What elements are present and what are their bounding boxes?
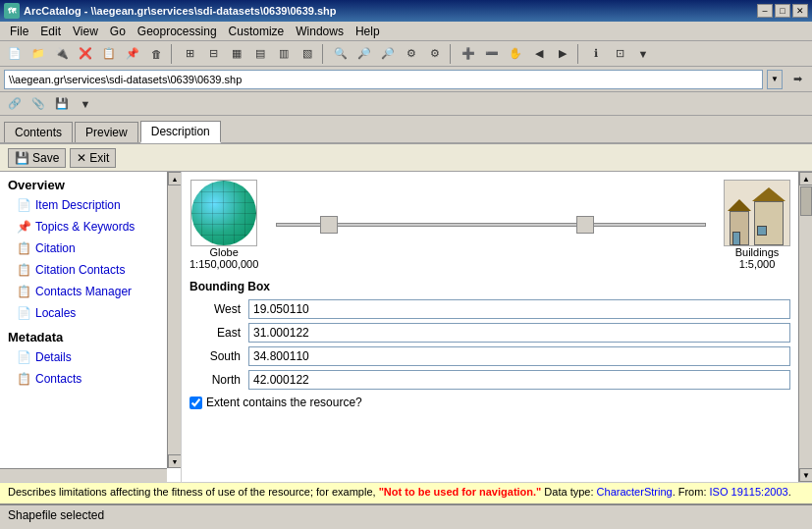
sidebar-item-contacts-manager[interactable]: 📋 Contacts Manager (0, 281, 181, 302)
sub-btn2[interactable]: 📎 (27, 93, 49, 115)
sub-btn4[interactable]: ▼ (75, 93, 96, 115)
save-button[interactable]: 💾 Save (8, 148, 66, 168)
maximize-button[interactable]: □ (775, 4, 790, 18)
go-arrow[interactable]: ➡ (786, 69, 808, 90)
tab-contents[interactable]: Contents (4, 122, 73, 142)
grid3[interactable]: ▦ (226, 43, 247, 65)
sidebar-item-description[interactable]: 📄 Item Description (0, 194, 181, 216)
description-icon: 📄 (16, 197, 31, 213)
slider-track[interactable] (276, 223, 706, 227)
content-wrapper: Contents Preview Description 💾 Save ✕ Ex… (0, 116, 812, 503)
grid2[interactable]: ⊟ (202, 43, 224, 65)
save-icon: 💾 (15, 151, 29, 165)
bbox-north-label: North (189, 373, 248, 387)
grid1[interactable]: ⊞ (179, 43, 200, 65)
info-text-before: Describes limitations affecting the fitn… (8, 486, 379, 498)
pan[interactable]: ✋ (505, 43, 526, 65)
building-label: Buildings (735, 246, 780, 258)
bbox-west-input[interactable] (248, 299, 790, 319)
extra2[interactable]: ▼ (632, 43, 654, 65)
info[interactable]: ℹ (585, 43, 607, 65)
sidebar-item-keywords[interactable]: 📌 Topics & Keywords (0, 216, 181, 238)
zoom-out[interactable]: 🔎 (377, 43, 399, 65)
grid4[interactable]: ▤ (249, 43, 271, 65)
menu-geoprocessing[interactable]: Geoprocessing (132, 23, 223, 40)
status-text: Shapefile selected (8, 508, 104, 522)
menu-edit[interactable]: Edit (34, 23, 67, 40)
tab-description[interactable]: Description (140, 121, 221, 143)
sidebar-scroll-down[interactable]: ▼ (168, 454, 182, 468)
disconnect-btn[interactable]: ❌ (75, 43, 96, 65)
exit-label: Exit (89, 151, 109, 165)
zoom-in[interactable]: 🔎 (353, 43, 375, 65)
sidebar-scroll-up[interactable]: ▲ (168, 172, 182, 185)
sidebar-hscrollbar[interactable] (0, 468, 167, 482)
right-scrollbar: ▲ ▼ (798, 172, 812, 482)
scale-slider[interactable] (266, 223, 716, 227)
grid6[interactable]: ▧ (297, 43, 318, 65)
zoom-in2[interactable]: ➕ (458, 43, 479, 65)
menu-customize[interactable]: Customize (223, 23, 291, 40)
forward[interactable]: ▶ (552, 43, 573, 65)
sidebar-item-contacts[interactable]: 📋 Contacts (0, 368, 181, 390)
title-bar: 🗺 ArcCatalog - \\aegean.gr\services\sdi-… (0, 0, 812, 22)
exit-button[interactable]: ✕ Exit (70, 148, 116, 168)
building-image (725, 181, 789, 245)
slider-thumb-right[interactable] (576, 216, 594, 234)
bbox-east-row: East (189, 323, 790, 343)
search-btn[interactable]: 🔍 (330, 43, 352, 65)
scroll-up-btn[interactable]: ▲ (799, 172, 812, 185)
info-text-after: Data type: CharacterString. From: ISO 19… (541, 486, 790, 498)
menu-view[interactable]: View (67, 23, 104, 40)
scroll-thumb[interactable] (800, 186, 812, 216)
sidebar-item-details-label: Details (35, 350, 72, 364)
citation-icon: 📋 (16, 240, 31, 256)
address-dropdown[interactable]: ▼ (767, 70, 783, 89)
bbox-east-input[interactable] (248, 323, 790, 343)
menu-file[interactable]: File (4, 23, 34, 40)
overview-header: Overview (0, 172, 181, 194)
sidebar-scroll-track (168, 185, 181, 454)
extent-checkbox[interactable] (189, 397, 202, 409)
sep2 (322, 44, 326, 64)
settings1[interactable]: ⚙ (401, 43, 422, 65)
tab-preview[interactable]: Preview (75, 122, 138, 142)
sub-btn3[interactable]: 💾 (51, 93, 73, 115)
scroll-track (799, 185, 812, 468)
grid5[interactable]: ▥ (273, 43, 295, 65)
close-button[interactable]: ✕ (792, 4, 808, 18)
bbox-north-input[interactable] (248, 370, 790, 390)
back[interactable]: ◀ (528, 43, 550, 65)
contacts-manager-icon: 📋 (16, 284, 31, 299)
settings2[interactable]: ⚙ (424, 43, 446, 65)
sidebar-item-citation-contacts[interactable]: 📋 Citation Contacts (0, 259, 181, 281)
slider-thumb-left[interactable] (320, 216, 338, 234)
menu-bar: File Edit View Go Geoprocessing Customiz… (0, 22, 812, 41)
address-input[interactable] (4, 70, 763, 89)
new-btn[interactable]: 📄 (4, 43, 26, 65)
zoom-out2[interactable]: ➖ (481, 43, 503, 65)
globe-scale: 1:150,000,000 (189, 258, 258, 270)
panel-wrapper: Overview 📄 Item Description 📌 Topics & K… (0, 172, 812, 482)
paste-btn[interactable]: 📌 (122, 43, 143, 65)
bbox-north-row: North (189, 370, 790, 390)
extra1[interactable]: ⊡ (609, 43, 630, 65)
copy-btn[interactable]: 📋 (98, 43, 120, 65)
connect-btn[interactable]: 🔌 (51, 43, 73, 65)
delete-btn[interactable]: 🗑 (145, 43, 167, 65)
open-btn[interactable]: 📁 (27, 43, 49, 65)
scroll-down-btn[interactable]: ▼ (799, 468, 812, 482)
bbox-south-input[interactable] (248, 346, 790, 366)
sep4 (577, 44, 581, 64)
sidebar-item-locales[interactable]: 📄 Locales (0, 302, 181, 324)
sub-btn1[interactable]: 🔗 (4, 93, 26, 115)
menu-windows[interactable]: Windows (290, 23, 350, 40)
sidebar-item-citation[interactable]: 📋 Citation (0, 238, 181, 259)
sidebar-item-details[interactable]: 📄 Details (0, 346, 181, 368)
menu-go[interactable]: Go (104, 23, 132, 40)
sidebar-item-keywords-label: Topics & Keywords (35, 220, 135, 234)
minimize-button[interactable]: – (757, 4, 773, 18)
sidebar-vscrollbar[interactable]: ▲ ▼ (167, 172, 181, 468)
bounding-box-section: Bounding Box West East South North (189, 280, 790, 409)
menu-help[interactable]: Help (350, 23, 386, 40)
